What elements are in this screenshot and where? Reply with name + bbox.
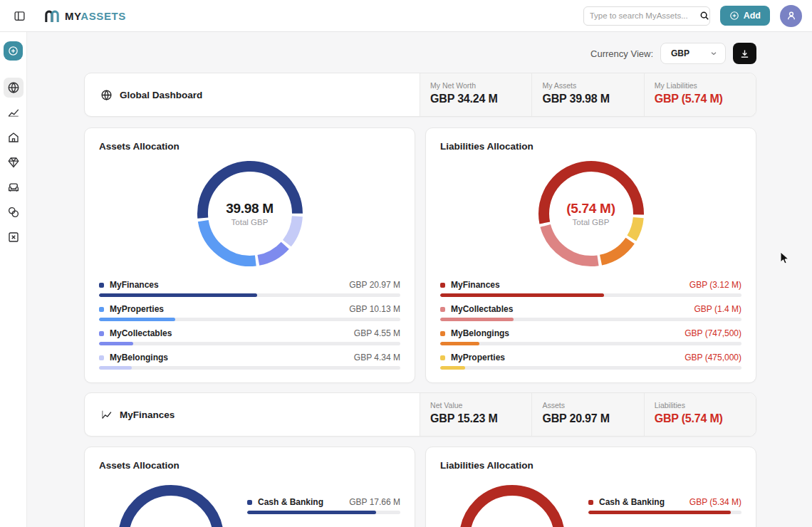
- stat-net-worth: My Net Worth GBP 34.24 M: [420, 73, 531, 116]
- legend-dot: [440, 331, 445, 336]
- legend-bar-track: [99, 342, 400, 345]
- legend-bar-track: [440, 293, 741, 297]
- liabilities-total-label: Total GBP: [573, 218, 610, 226]
- assets-allocation-card: Assets Allocation 39.98 M Total GBP MyF: [84, 127, 415, 383]
- myfinances-header-card: MyFinances Net Value GBP 15.23 M Assets …: [84, 392, 756, 437]
- line-chart-icon: [100, 409, 113, 421]
- sidebar-item-my-liabilities[interactable]: [4, 202, 24, 222]
- sidebar-add-button[interactable]: [4, 41, 23, 61]
- legend-dot: [247, 500, 252, 505]
- legend-bar-fill: [99, 318, 175, 321]
- finances-assets-legend: Cash & Banking GBP 17.66 M: [247, 497, 400, 527]
- globe-icon: [100, 89, 113, 101]
- download-icon: [739, 48, 750, 59]
- legend-row: MyFinances GBP (3.12 M): [440, 280, 741, 297]
- sidebar-item-close[interactable]: [4, 227, 24, 247]
- liabilities-legend: MyFinances GBP (3.12 M) MyCollectables G…: [440, 280, 741, 370]
- legend-row: MyBelongings GBP 4.34 M: [99, 353, 400, 370]
- myassets-logo-icon: [44, 9, 60, 23]
- global-dashboard-title[interactable]: Global Dashboard: [85, 73, 420, 116]
- plus-circle-icon: [729, 11, 739, 21]
- legend-bar-track: [440, 342, 741, 345]
- liabilities-allocation-title: Liabilities Allocation: [440, 141, 741, 152]
- finances-assets-allocation-card: Assets Allocation Cash & Banking GBP 17.…: [84, 447, 415, 527]
- legend-row: MyCollectables GBP (1.4 M): [440, 304, 741, 321]
- finances-liabilities-donut: [459, 484, 566, 527]
- liabilities-total-value: (5.74 M): [566, 201, 615, 216]
- sidebar-toggle-icon[interactable]: [10, 6, 28, 25]
- plus-circle-icon: [8, 46, 19, 56]
- legend-bar-track: [99, 366, 400, 370]
- search-box[interactable]: [583, 6, 710, 26]
- global-dashboard-header-card: Global Dashboard My Net Worth GBP 34.24 …: [84, 73, 756, 117]
- legend-bar-fill: [440, 342, 479, 345]
- add-button[interactable]: Add: [720, 6, 770, 26]
- legend-bar-track: [440, 366, 741, 370]
- legend-row: MyBelongings GBP (747,500): [440, 328, 741, 345]
- legend-bar-track: [99, 318, 400, 321]
- coins-icon: [7, 206, 20, 219]
- legend-bar-track: [440, 318, 741, 321]
- chevron-down-icon: [709, 49, 718, 58]
- legend-row: Cash & Banking GBP 17.66 M: [247, 497, 400, 514]
- download-button[interactable]: [733, 43, 756, 64]
- stat-liabilities: My Liabilities GBP (5.74 M): [644, 73, 756, 116]
- legend-bar-fill: [440, 366, 465, 370]
- stat-assets: Assets GBP 20.97 M: [531, 393, 643, 436]
- legend-dot: [99, 331, 104, 336]
- legend-bar-fill: [99, 293, 257, 297]
- currency-selected-value: GBP: [671, 48, 689, 58]
- currency-view-label: Currency View:: [590, 48, 653, 59]
- legend-row: MyFinances GBP 20.97 M: [99, 280, 400, 297]
- legend-bar-track: [99, 293, 400, 297]
- user-icon: [786, 10, 797, 21]
- home-icon: [7, 131, 20, 144]
- legend-row: MyCollectables GBP 4.55 M: [99, 328, 400, 345]
- line-chart-icon: [7, 106, 20, 119]
- search-input[interactable]: [590, 11, 699, 20]
- finances-assets-donut: [118, 484, 224, 527]
- sofa-icon: [7, 181, 20, 194]
- legend-dot: [99, 355, 104, 360]
- main-content: Currency View: GBP Global Dashboard: [27, 32, 812, 527]
- sidebar-item-my-finances[interactable]: [4, 103, 24, 122]
- assets-legend: MyFinances GBP 20.97 M MyProperties GBP …: [99, 280, 400, 370]
- sidebar-item-my-properties[interactable]: [4, 127, 24, 147]
- legend-dot: [440, 355, 445, 360]
- legend-bar-track: [588, 511, 741, 514]
- finances-liabilities-title: Liabilities Allocation: [440, 460, 741, 471]
- legend-dot: [440, 307, 445, 312]
- legend-dot: [99, 283, 104, 288]
- finances-liabilities-allocation-card: Liabilities Allocation Cash & Banking GB…: [425, 447, 756, 527]
- legend-bar-fill: [247, 511, 376, 514]
- legend-bar-fill: [99, 342, 133, 345]
- myfinances-title[interactable]: MyFinances: [85, 393, 420, 436]
- legend-row: MyProperties GBP (475,000): [440, 353, 741, 370]
- user-avatar[interactable]: [780, 5, 802, 27]
- legend-dot: [440, 283, 445, 288]
- legend-bar-fill: [440, 318, 514, 321]
- assets-total-value: 39.98 M: [226, 201, 274, 216]
- finances-liabilities-legend: Cash & Banking GBP (5.34 M): [588, 497, 741, 527]
- legend-dot: [588, 500, 593, 505]
- stat-liabilities: Liabilities GBP (5.74 M): [644, 393, 756, 436]
- legend-bar-fill: [440, 293, 604, 297]
- liabilities-donut-chart: (5.74 M) Total GBP: [538, 160, 645, 267]
- sidebar-item-global-dashboard[interactable]: [4, 78, 24, 98]
- search-icon[interactable]: [699, 11, 709, 21]
- legend-bar-fill: [99, 366, 132, 370]
- assets-allocation-title: Assets Allocation: [99, 141, 400, 152]
- currency-select[interactable]: GBP: [660, 43, 726, 64]
- sidebar-item-my-belongings[interactable]: [4, 177, 24, 197]
- globe-icon: [7, 81, 20, 94]
- app-name: MYASSETS: [65, 10, 126, 22]
- global-stats: My Net Worth GBP 34.24 M My Assets GBP 3…: [420, 73, 756, 116]
- sidebar-item-my-collectables[interactable]: [4, 152, 24, 172]
- myfinances-stats: Net Value GBP 15.23 M Assets GBP 20.97 M…: [420, 393, 756, 436]
- top-bar: MYASSETS Add: [0, 0, 812, 32]
- legend-bar-track: [247, 511, 400, 514]
- stat-assets: My Assets GBP 39.98 M: [531, 73, 643, 116]
- currency-toolbar: Currency View: GBP: [27, 42, 756, 65]
- finances-assets-title: Assets Allocation: [99, 460, 400, 471]
- gem-icon: [7, 156, 20, 169]
